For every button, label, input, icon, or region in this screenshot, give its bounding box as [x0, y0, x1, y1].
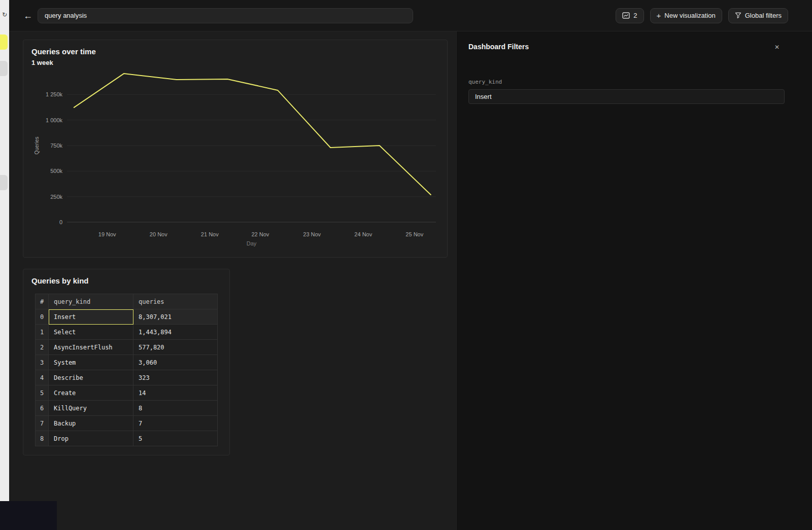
x-tick-label: 24 Nov — [354, 231, 372, 237]
chart-title: Queries over time — [31, 47, 96, 56]
table-cell[interactable]: Select — [49, 325, 133, 340]
x-tick-label: 22 Nov — [251, 231, 269, 237]
y-axis-title: Queries — [34, 136, 40, 154]
table-cell[interactable]: System — [49, 355, 133, 370]
table-cell[interactable]: AsyncInsertFlush — [49, 340, 133, 355]
queries-chart[interactable]: 1 250k1 000k750k500k250k019 Nov20 Nov21 … — [23, 66, 448, 252]
table-row: 2AsyncInsertFlush577,820 — [36, 340, 218, 355]
queries-table-header-row: #query_kindqueries — [36, 294, 218, 309]
table-row: 6KillQuery8 — [36, 401, 218, 416]
table-row: 1Select1,443,894 — [36, 325, 218, 340]
table-cell[interactable]: Insert — [49, 309, 133, 325]
table-cell[interactable]: 7 — [133, 416, 218, 431]
table-cell[interactable]: 14 — [133, 385, 218, 401]
row-index-cell[interactable]: 5 — [36, 385, 49, 401]
table-row: 3System3,060 — [36, 355, 218, 370]
queries-table-body: 0Insert8,307,0211Select1,443,8942AsyncIn… — [36, 309, 218, 446]
table-cell[interactable]: 577,820 — [133, 340, 218, 355]
table-row: 4Describe323 — [36, 370, 218, 385]
row-index-cell[interactable]: 8 — [36, 431, 49, 446]
back-button[interactable]: ← — [21, 9, 35, 22]
table-title: Queries by kind — [31, 276, 89, 285]
row-index-cell[interactable]: 2 — [36, 340, 49, 355]
column-header[interactable]: query_kind — [49, 294, 133, 309]
x-tick-label: 19 Nov — [98, 231, 116, 237]
dashboard-filters-panel: Dashboard Filters ✕ query_kind — [457, 31, 812, 530]
y-tick-label: 0 — [59, 219, 62, 225]
table-row: 5Create14 — [36, 385, 218, 401]
left-rail: ↻ — [0, 0, 9, 530]
new-visualization-label: New visualization — [664, 12, 715, 19]
table-cell[interactable]: Drop — [49, 431, 133, 446]
table-cell[interactable]: 1,443,894 — [133, 325, 218, 340]
plus-icon: + — [657, 12, 661, 19]
x-axis-title: Day — [247, 240, 257, 246]
dashboard-title-input[interactable] — [38, 8, 413, 23]
table-row: 7Backup7 — [36, 416, 218, 431]
table-cell[interactable]: 8,307,021 — [133, 309, 218, 325]
filter-funnel-icon — [735, 12, 741, 19]
x-tick-label: 25 Nov — [405, 231, 423, 237]
rail-item-active[interactable] — [0, 34, 8, 50]
global-filters-label: Global filters — [745, 12, 782, 19]
x-tick-label: 23 Nov — [303, 231, 321, 237]
queries-table: #query_kindqueries 0Insert8,307,0211Sele… — [35, 294, 218, 446]
table-cell[interactable]: Backup — [49, 416, 133, 431]
table-cell[interactable]: Describe — [49, 370, 133, 385]
chart-card[interactable]: Queries over time 1 week 1 250k1 000k750… — [23, 40, 448, 258]
global-filters-button[interactable]: Global filters — [728, 8, 788, 23]
refresh-icon[interactable]: ↻ — [0, 11, 9, 18]
x-tick-label: 21 Nov — [201, 231, 219, 237]
new-visualization-button[interactable]: + New visualization — [650, 8, 722, 23]
dashboard-canvas: Queries over time 1 week 1 250k1 000k750… — [9, 31, 457, 530]
topbar-actions: 2 + New visualization Global filters — [616, 8, 788, 23]
y-tick-label: 250k — [50, 194, 62, 200]
y-tick-label: 1 250k — [46, 91, 63, 97]
column-header[interactable]: queries — [133, 294, 218, 309]
rail-item[interactable] — [0, 61, 8, 76]
row-index-cell[interactable]: 6 — [36, 401, 49, 416]
app: ↻ ← 2 + New visualization — [0, 0, 812, 530]
x-tick-label: 20 Nov — [150, 231, 167, 237]
table-cell[interactable]: 8 — [133, 401, 218, 416]
table-cell[interactable]: 5 — [133, 431, 218, 446]
table-row: 0Insert8,307,021 — [36, 309, 218, 325]
table-row: 8Drop5 — [36, 431, 218, 446]
chart-subtitle: 1 week — [31, 59, 53, 66]
y-tick-label: 750k — [50, 143, 62, 149]
close-icon[interactable]: ✕ — [772, 42, 782, 53]
y-tick-label: 500k — [50, 168, 62, 174]
visualization-count-button[interactable]: 2 — [616, 8, 644, 23]
filters-panel-title: Dashboard Filters — [468, 43, 529, 51]
row-index-cell[interactable]: 4 — [36, 370, 49, 385]
query-kind-filter-input[interactable] — [468, 89, 785, 104]
table-cell[interactable]: 3,060 — [133, 355, 218, 370]
table-cell[interactable]: KillQuery — [49, 401, 133, 416]
column-header[interactable]: # — [36, 294, 49, 309]
topbar: ← 2 + New visualization — [9, 0, 812, 31]
filter-field-label: query_kind — [468, 79, 502, 85]
row-index-cell[interactable]: 7 — [36, 416, 49, 431]
table-cell[interactable]: Create — [49, 385, 133, 401]
rail-item[interactable] — [0, 175, 8, 190]
y-tick-label: 1 000k — [46, 117, 63, 123]
row-index-cell[interactable]: 3 — [36, 355, 49, 370]
table-cell[interactable]: 323 — [133, 370, 218, 385]
table-card[interactable]: Queries by kind #query_kindqueries 0Inse… — [23, 269, 230, 455]
visualization-icon — [622, 12, 630, 19]
row-index-cell[interactable]: 1 — [36, 325, 49, 340]
visualization-count: 2 — [633, 12, 637, 19]
row-index-cell[interactable]: 0 — [36, 309, 49, 325]
queries-line-series[interactable] — [74, 74, 431, 195]
bottom-left-panel — [0, 501, 57, 530]
